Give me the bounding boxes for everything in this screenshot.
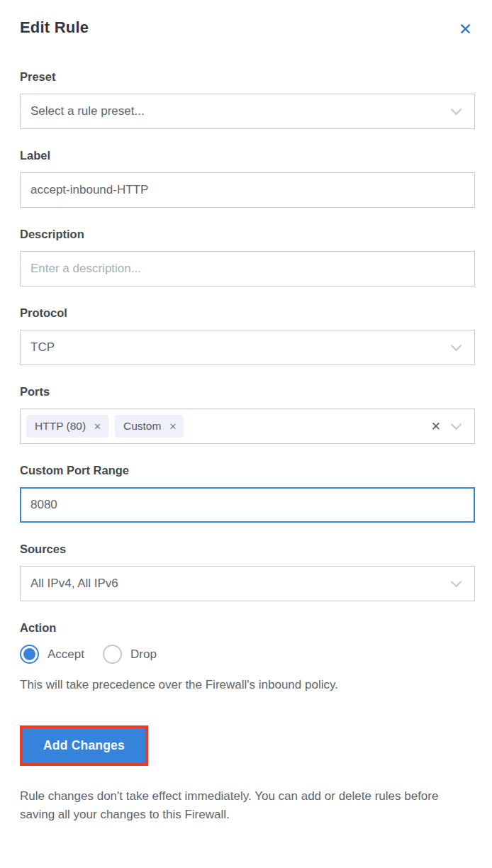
label-field-label: Label <box>20 149 475 162</box>
protocol-label: Protocol <box>20 306 475 320</box>
description-input[interactable] <box>30 252 464 286</box>
chevron-down-icon <box>451 104 462 115</box>
action-radio-group: Accept Drop <box>20 645 475 664</box>
radio-circle-icon <box>103 645 122 664</box>
preset-placeholder: Select a rule preset... <box>30 104 145 118</box>
radio-drop[interactable]: Drop <box>103 645 157 664</box>
action-helper-text: This will take precedence over the Firew… <box>20 678 475 692</box>
drawer-header: Edit Rule ✕ <box>20 18 475 39</box>
chevron-down-icon <box>451 340 462 351</box>
custom-port-range-label: Custom Port Range <box>20 464 475 477</box>
description-input-wrapper <box>20 251 475 286</box>
clear-all-icon[interactable]: ✕ <box>431 419 441 434</box>
ports-controls: ✕ <box>431 419 464 434</box>
sources-value: All IPv4, All IPv6 <box>30 577 118 591</box>
sources-label: Sources <box>20 542 475 556</box>
port-chip[interactable]: Custom ✕ <box>115 415 184 438</box>
port-chip[interactable]: HTTP (80) ✕ <box>26 415 108 438</box>
add-changes-button[interactable]: Add Changes <box>23 728 145 763</box>
ports-label: Ports <box>20 385 475 399</box>
port-chip-label: HTTP (80) <box>35 420 86 433</box>
annotation-highlight: Add Changes <box>20 725 148 766</box>
preset-select[interactable]: Select a rule preset... <box>20 94 475 129</box>
description-label: Description <box>20 228 475 241</box>
close-icon: ✕ <box>459 20 472 38</box>
drawer-title: Edit Rule <box>20 18 89 37</box>
chip-remove-icon[interactable]: ✕ <box>94 421 101 432</box>
radio-drop-label: Drop <box>130 647 157 662</box>
chevron-down-icon <box>451 418 462 430</box>
custom-port-range-input[interactable] <box>30 489 464 521</box>
chip-remove-icon[interactable]: ✕ <box>169 421 177 432</box>
sources-select[interactable]: All IPv4, All IPv6 <box>20 566 475 601</box>
protocol-select[interactable]: TCP <box>20 330 475 365</box>
edit-rule-drawer: Edit Rule ✕ Preset Select a rule preset.… <box>0 0 492 868</box>
chevron-down-icon <box>451 576 462 587</box>
preset-label: Preset <box>20 70 475 84</box>
ports-multiselect[interactable]: HTTP (80) ✕ Custom ✕ ✕ <box>20 408 475 444</box>
footer-note: Rule changes don't take effect immediate… <box>20 787 475 825</box>
radio-accept-label: Accept <box>47 647 84 662</box>
port-chip-label: Custom <box>123 420 161 433</box>
label-input[interactable] <box>30 173 464 207</box>
close-button[interactable]: ✕ <box>456 20 475 39</box>
radio-accept[interactable]: Accept <box>20 645 84 664</box>
radio-circle-icon <box>20 645 39 664</box>
label-input-wrapper <box>20 172 475 208</box>
action-label: Action <box>20 621 475 635</box>
custom-port-range-wrapper <box>20 487 475 523</box>
protocol-value: TCP <box>30 340 55 355</box>
